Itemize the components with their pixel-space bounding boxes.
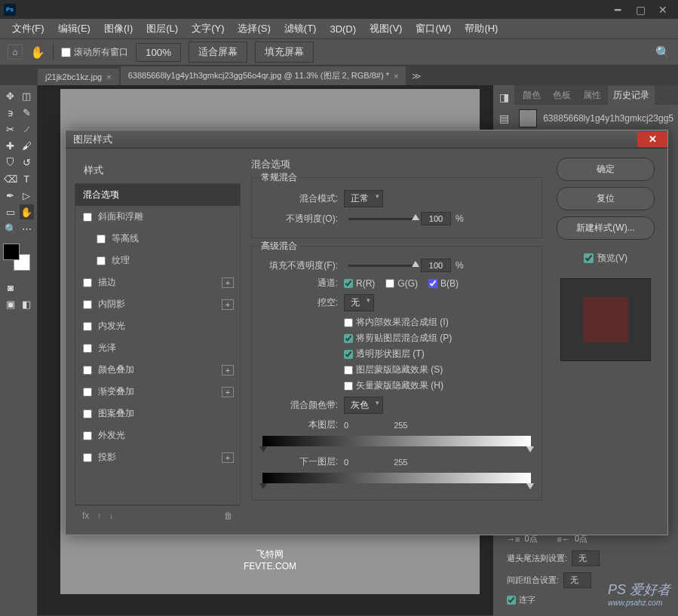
style-stroke[interactable]: 描边+ bbox=[75, 271, 240, 293]
zoom-100-button[interactable]: 100% bbox=[136, 43, 181, 62]
style-pattern-overlay[interactable]: 图案叠加 bbox=[75, 403, 240, 424]
check-transparency-shapes[interactable]: 透明形状图层 (T) bbox=[344, 348, 531, 360]
style-bevel[interactable]: 斜面和浮雕 bbox=[75, 206, 240, 228]
doc-tab-2[interactable]: 63885668ly1g4y1h3gmkcj23gg56o4qr.jpg @ 1… bbox=[121, 66, 406, 85]
tab-color[interactable]: 颜色 bbox=[517, 86, 546, 105]
menu-type[interactable]: 文字(Y) bbox=[186, 20, 230, 38]
menu-file[interactable]: 文件(F) bbox=[6, 20, 51, 38]
tab-overflow-icon[interactable]: ≫ bbox=[406, 67, 428, 85]
ok-button[interactable]: 确定 bbox=[557, 158, 655, 181]
fx-up-icon[interactable]: ↑ bbox=[97, 510, 101, 521]
quickselect-tool-icon[interactable]: ✎ bbox=[20, 105, 35, 120]
history-item[interactable]: 63885668ly1g4y1h3gmkcj23gg5 bbox=[514, 105, 678, 132]
style-inner-glow[interactable]: 内发光 bbox=[75, 315, 240, 337]
search-icon[interactable]: 🔍 bbox=[655, 45, 670, 60]
path-select-icon[interactable]: ▷ bbox=[20, 188, 35, 203]
history-brush-icon[interactable]: ↺ bbox=[20, 155, 35, 170]
foreground-swatch[interactable] bbox=[3, 244, 20, 260]
add-drop-icon[interactable]: + bbox=[222, 452, 234, 463]
opacity-input[interactable] bbox=[421, 212, 451, 225]
channel-b-check[interactable]: B(B) bbox=[428, 278, 459, 289]
tab-props[interactable]: 属性 bbox=[578, 86, 606, 105]
dialog-close-button[interactable]: ✕ bbox=[637, 132, 667, 147]
dialog-title-bar[interactable]: 图层样式 ✕ bbox=[66, 130, 667, 149]
minimize-button[interactable]: ━ bbox=[606, 2, 629, 17]
new-style-button[interactable]: 新建样式(W)... bbox=[557, 216, 655, 240]
menu-edit[interactable]: 编辑(E) bbox=[52, 20, 97, 38]
style-satin[interactable]: 光泽 bbox=[75, 337, 240, 359]
screenmode2-icon[interactable]: ◧ bbox=[20, 296, 35, 311]
style-gradient-overlay[interactable]: 渐变叠加+ bbox=[75, 381, 240, 403]
color-swatches[interactable] bbox=[3, 244, 30, 271]
fx-down-icon[interactable]: ↓ bbox=[109, 510, 113, 521]
style-outer-glow[interactable]: 外发光 bbox=[75, 424, 240, 446]
eyedropper-tool-icon[interactable]: ⟋ bbox=[20, 121, 35, 136]
fill-screen-button[interactable]: 填充屏幕 bbox=[255, 41, 314, 63]
check-blend-interior[interactable]: 将内部效果混合成组 (I) bbox=[344, 316, 531, 329]
hand-tool-icon[interactable]: ✋ bbox=[30, 45, 45, 60]
eraser-tool-icon[interactable]: ⌫ bbox=[3, 171, 18, 186]
marquee-tool-icon[interactable]: ◫ bbox=[20, 88, 35, 103]
tab-close-icon[interactable]: × bbox=[394, 72, 398, 81]
fill-slider[interactable] bbox=[348, 265, 416, 267]
add-overlay-icon[interactable]: + bbox=[222, 365, 234, 375]
style-color-overlay[interactable]: 颜色叠加+ bbox=[75, 359, 240, 381]
type-tool-icon[interactable]: T bbox=[20, 171, 35, 186]
menu-filter[interactable]: 滤镜(T) bbox=[278, 20, 323, 38]
channel-g-check[interactable]: G(G) bbox=[385, 278, 418, 289]
spacing-select[interactable]: 无 bbox=[563, 572, 591, 588]
doc-tab-1[interactable]: j21jk2bc1kz.jpg× bbox=[38, 69, 119, 85]
check-blend-clipped[interactable]: 将剪贴图层混合成组 (P) bbox=[344, 332, 531, 345]
blendif-select[interactable]: 灰色 bbox=[344, 397, 383, 414]
tab-history[interactable]: 历史记录 bbox=[608, 86, 655, 105]
avoid-select[interactable]: 无 bbox=[572, 550, 600, 566]
menu-help[interactable]: 帮助(H) bbox=[459, 20, 504, 38]
hyphen-check[interactable]: 连字 bbox=[507, 594, 535, 605]
opacity-slider[interactable] bbox=[348, 218, 416, 220]
add-grad-icon[interactable]: + bbox=[222, 387, 234, 397]
fill-input[interactable] bbox=[421, 259, 451, 272]
quickmask-icon[interactable]: ◙ bbox=[3, 280, 18, 295]
brush-tool-icon[interactable]: 🖌 bbox=[20, 138, 35, 153]
channel-r-check[interactable]: R(R) bbox=[344, 278, 375, 289]
zoom-tool-icon[interactable]: 🔍 bbox=[3, 221, 18, 236]
tab-close-icon[interactable]: × bbox=[106, 72, 111, 81]
maximize-button[interactable]: ▢ bbox=[629, 2, 652, 17]
healing-tool-icon[interactable]: ✚ bbox=[3, 138, 18, 153]
stamp-tool-icon[interactable]: ⛉ bbox=[3, 155, 18, 170]
shape-tool-icon[interactable]: ▭ bbox=[3, 204, 18, 219]
menu-layer[interactable]: 图层(L) bbox=[140, 20, 184, 38]
hand-tool-icon[interactable]: ✋ bbox=[20, 204, 35, 219]
crop-tool-icon[interactable]: ✂ bbox=[3, 121, 18, 136]
menu-select[interactable]: 选择(S) bbox=[232, 20, 276, 38]
tab-swatch[interactable]: 色板 bbox=[548, 86, 576, 105]
fit-screen-button[interactable]: 适合屏幕 bbox=[189, 41, 247, 63]
reset-button[interactable]: 复位 bbox=[557, 187, 655, 210]
knockout-select[interactable]: 无 bbox=[344, 294, 374, 311]
add-stroke-icon[interactable]: + bbox=[222, 277, 234, 288]
more-tool-icon[interactable]: ⋯ bbox=[20, 221, 35, 236]
pen-tool-icon[interactable]: ✒ bbox=[3, 188, 18, 203]
style-drop-shadow[interactable]: 投影+ bbox=[75, 446, 240, 468]
check-layer-mask-hides[interactable]: 图层蒙版隐藏效果 (S) bbox=[344, 363, 531, 376]
blend-mode-select[interactable]: 正常 bbox=[344, 190, 383, 207]
close-button[interactable]: ✕ bbox=[652, 2, 674, 17]
menu-window[interactable]: 窗口(W) bbox=[410, 20, 457, 38]
adjustments-icon[interactable]: ◨ bbox=[499, 91, 509, 103]
menu-view[interactable]: 视图(V) bbox=[364, 20, 408, 38]
scroll-all-check[interactable]: 滚动所有窗口 bbox=[61, 46, 128, 59]
menu-3d[interactable]: 3D(D) bbox=[324, 21, 362, 37]
menu-image[interactable]: 图像(I) bbox=[98, 20, 139, 38]
screenmode-icon[interactable]: ▣ bbox=[3, 296, 18, 311]
style-blending-options[interactable]: 混合选项 bbox=[75, 184, 240, 206]
add-shadow-icon[interactable]: + bbox=[222, 299, 234, 310]
home-icon[interactable]: ⌂ bbox=[8, 44, 23, 60]
style-inner-shadow[interactable]: 内阴影+ bbox=[75, 293, 240, 315]
fx-trash-icon[interactable]: 🗑 bbox=[224, 510, 233, 521]
layers-icon[interactable]: ▤ bbox=[499, 112, 509, 124]
lasso-tool-icon[interactable]: ϶ bbox=[3, 105, 18, 120]
under-layer-gradient[interactable] bbox=[262, 473, 531, 483]
style-contour[interactable]: 等高线 bbox=[75, 228, 240, 250]
style-texture[interactable]: 纹理 bbox=[75, 250, 240, 271]
check-vector-mask-hides[interactable]: 矢量蒙版隐藏效果 (H) bbox=[344, 379, 531, 392]
